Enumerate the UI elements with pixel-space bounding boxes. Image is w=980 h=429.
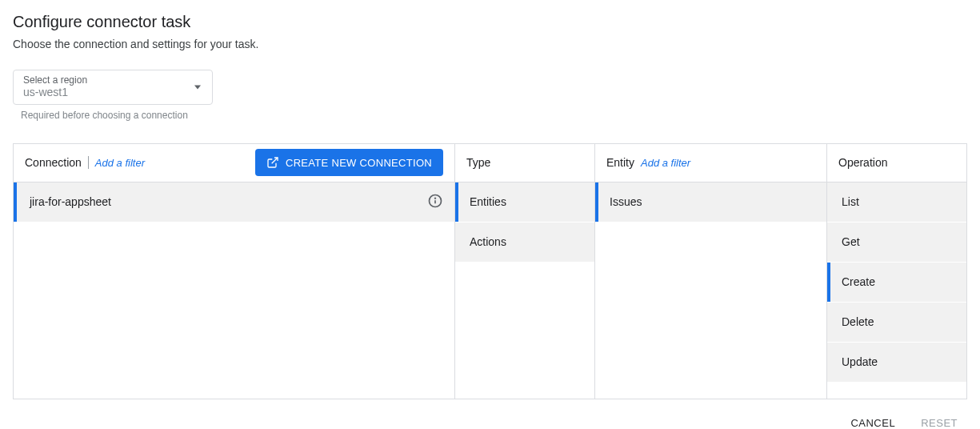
list-item-label: Issues: [606, 195, 815, 208]
list-item-label: Delete: [838, 315, 955, 328]
connection-add-filter[interactable]: Add a filter: [95, 157, 145, 169]
reset-button[interactable]: RESET: [918, 411, 961, 429]
column-connection-body: jira-for-appsheet: [14, 182, 454, 399]
page-title: Configure connector task: [13, 13, 967, 31]
column-operation: Operation List Get Create Delete Update: [827, 144, 966, 399]
create-new-connection-button[interactable]: CREATE NEW CONNECTION: [255, 149, 443, 176]
connection-item-label: jira-for-appsheet: [26, 195, 427, 208]
region-select-label: Select a region: [23, 75, 202, 86]
column-type-title: Type: [466, 156, 490, 169]
list-item[interactable]: Delete: [827, 303, 966, 343]
column-type-header: Type: [455, 144, 594, 182]
cancel-button[interactable]: CANCEL: [847, 411, 898, 429]
column-connection: Connection Add a filter CREATE NEW CONNE…: [14, 144, 455, 399]
list-item-label: Actions: [466, 235, 583, 248]
column-type: Type Entities Actions: [455, 144, 595, 399]
column-operation-header: Operation: [827, 144, 966, 182]
column-entity-body: Issues: [595, 182, 826, 399]
open-in-new-icon: [266, 156, 279, 169]
column-entity-header: Entity Add a filter: [595, 144, 826, 182]
region-select-value: us-west1: [23, 86, 202, 99]
list-item[interactable]: Entities: [455, 182, 594, 223]
list-item-label: Get: [838, 235, 955, 248]
list-item-label: Update: [838, 355, 955, 368]
list-item[interactable]: Actions: [455, 223, 594, 263]
connection-item[interactable]: jira-for-appsheet: [14, 182, 454, 223]
column-entity-title: Entity: [606, 156, 634, 169]
entity-add-filter[interactable]: Add a filter: [641, 157, 690, 169]
svg-point-3: [435, 198, 436, 198]
region-select-hint: Required before choosing a connection: [21, 110, 967, 121]
column-entity: Entity Add a filter Issues: [595, 144, 827, 399]
column-operation-body: List Get Create Delete Update: [827, 182, 966, 399]
list-item[interactable]: Update: [827, 343, 966, 383]
column-type-body: Entities Actions: [455, 182, 594, 399]
chevron-down-icon: [194, 85, 201, 89]
column-operation-title: Operation: [838, 156, 887, 169]
info-icon[interactable]: [427, 193, 443, 211]
list-item-label: Create: [838, 275, 955, 288]
list-item[interactable]: Create: [827, 263, 966, 303]
list-item-label: Entities: [466, 195, 583, 208]
filter-separator: [88, 156, 89, 169]
svg-line-0: [272, 158, 278, 163]
column-connection-header: Connection Add a filter CREATE NEW CONNE…: [14, 144, 454, 182]
action-bar: CANCEL RESET: [13, 411, 967, 429]
region-select[interactable]: Select a region us-west1: [13, 70, 213, 105]
column-connection-title: Connection: [25, 156, 82, 169]
list-item[interactable]: List: [827, 182, 966, 223]
list-item-label: List: [838, 195, 955, 208]
list-item[interactable]: Issues: [595, 182, 826, 223]
create-new-connection-label: CREATE NEW CONNECTION: [286, 157, 432, 169]
page-subtitle: Choose the connection and settings for y…: [13, 38, 967, 50]
connector-panel: Connection Add a filter CREATE NEW CONNE…: [13, 143, 967, 399]
list-item[interactable]: Get: [827, 223, 966, 263]
